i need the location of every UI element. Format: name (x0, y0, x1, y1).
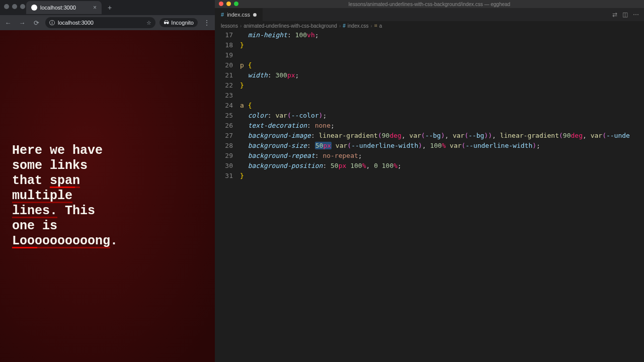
css-file-icon: # (343, 23, 346, 29)
browser-tabstrip: localhost:3000 × + (0, 0, 215, 15)
more-actions-icon[interactable]: ⋯ (633, 11, 639, 18)
breadcrumb-seg[interactable]: index.css (348, 23, 369, 29)
site-info-icon[interactable]: ⓘ (49, 19, 55, 27)
demo-link-2[interactable]: Loooooooooong (12, 234, 110, 248)
editor-window: lessons/animated-underlines-with-css-bac… (215, 0, 644, 362)
chevron-right-icon: › (371, 23, 372, 29)
breadcrumb-seg[interactable]: animated-underlines-with-css-background (244, 23, 337, 29)
dirty-indicator-icon (253, 13, 257, 17)
favicon-icon (31, 5, 37, 11)
editor-traffic-lights (219, 2, 238, 6)
compare-icon[interactable]: ⇄ (612, 11, 617, 18)
chevron-right-icon: › (240, 23, 242, 29)
page-viewport: Here we have some links that span multip… (0, 30, 215, 362)
incognito-badge[interactable]: 🕶 Incognito (159, 18, 198, 27)
bookmark-icon[interactable]: ☆ (146, 20, 151, 26)
tab-title: localhost:3000 (40, 5, 76, 11)
browser-tab[interactable]: localhost:3000 × (26, 1, 102, 14)
browser-window: localhost:3000 × + ← → ⟳ ⓘ localhost:300… (0, 0, 215, 362)
demo-text: . (110, 234, 118, 248)
chevron-right-icon: › (339, 23, 341, 29)
code-editor[interactable]: 171819202122232425262728293031 min-heigh… (215, 30, 644, 362)
back-button[interactable]: ← (3, 18, 13, 28)
code-content[interactable]: min-height: 100vh;} p { width: 300px;} a… (240, 30, 644, 362)
browser-toolbar: ← → ⟳ ⓘ localhost:3000 ☆ 🕶 Incognito ⋮ (0, 15, 215, 30)
editor-titlebar: lessons/animated-underlines-with-css-bac… (215, 0, 644, 8)
breadcrumb-seg[interactable]: lessons (221, 23, 238, 29)
new-tab-button[interactable]: + (105, 3, 115, 13)
traffic-dot (4, 4, 9, 9)
split-editor-icon[interactable]: ◫ (622, 11, 628, 18)
window-title: lessons/animated-underlines-with-css-bac… (349, 2, 510, 7)
breadcrumb[interactable]: lessons › animated-underlines-with-css-b… (215, 21, 644, 30)
editor-tab-name: index.css (227, 12, 250, 18)
browser-menu-button[interactable]: ⋮ (202, 18, 212, 28)
browser-traffic-lights (4, 4, 25, 9)
incognito-icon: 🕶 (164, 20, 169, 26)
selector-icon: ⌗ (374, 23, 377, 29)
zoom-window-button[interactable] (234, 2, 238, 6)
close-tab-icon[interactable]: × (93, 4, 97, 11)
line-number-gutter: 171819202122232425262728293031 (215, 30, 240, 362)
forward-button[interactable]: → (17, 18, 27, 28)
minimize-window-button[interactable] (226, 2, 231, 6)
traffic-dot (20, 4, 25, 9)
traffic-dot (12, 4, 17, 9)
url-text: localhost:3000 (58, 20, 94, 26)
demo-paragraph: Here we have some links that span multip… (12, 143, 120, 249)
editor-tab-actions: ⇄ ◫ ⋯ (612, 8, 644, 21)
url-bar[interactable]: ⓘ localhost:3000 ☆ (45, 17, 155, 28)
close-window-button[interactable] (219, 2, 223, 6)
editor-tab[interactable]: # index.css (215, 8, 263, 21)
incognito-label: Incognito (171, 20, 194, 26)
reload-button[interactable]: ⟳ (31, 18, 41, 28)
breadcrumb-seg[interactable]: a (379, 23, 382, 29)
editor-tabs: # index.css ⇄ ◫ ⋯ (215, 8, 644, 21)
css-file-icon: # (221, 12, 224, 18)
